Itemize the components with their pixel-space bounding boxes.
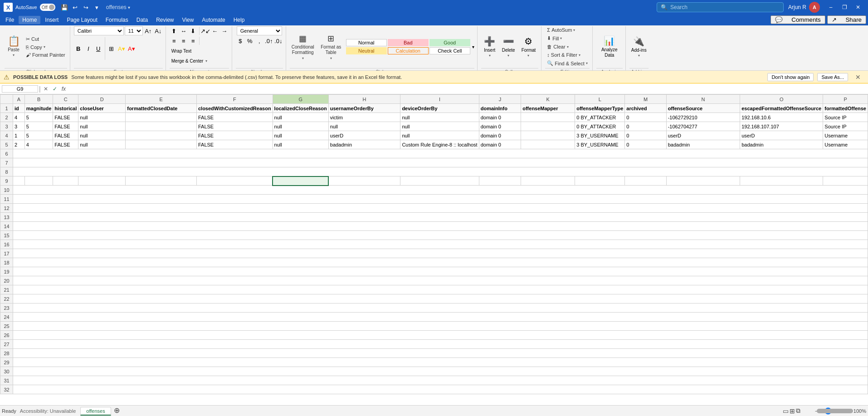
cell-J5[interactable]: domain 0 [479,140,521,149]
analyze-data-button[interactable]: 📊 Analyze Data [596,33,623,60]
cell-M1[interactable]: archived [625,104,666,113]
row-header-30[interactable]: 30 [0,367,13,376]
align-center-button[interactable]: ≡ [179,36,188,45]
col-header-G[interactable]: G [273,95,328,104]
row-header-27[interactable]: 27 [0,340,13,349]
find-select-button[interactable]: 🔍 Find & Select ▾ [545,59,589,67]
cell-E9[interactable] [126,176,197,186]
cell-I4[interactable]: null [400,131,479,140]
row-header-13[interactable]: 13 [0,213,13,222]
customize-icon[interactable]: ▾ [93,3,102,12]
cell-G3[interactable]: null [273,122,328,131]
row-header-4[interactable]: 4 [0,131,13,140]
cell-C5[interactable]: FALSE [53,140,78,149]
cell-P5[interactable]: Username [823,140,868,149]
dont-show-button[interactable]: Don't show again [767,73,814,81]
paste-button[interactable]: 📋 Paste ▾ [5,33,23,60]
cell-N2[interactable]: -1062729210 [666,113,740,122]
row-header-19[interactable]: 19 [0,267,13,276]
fill-color-button[interactable]: A▾ [117,44,126,53]
cell-O5[interactable]: badadmin [740,140,823,149]
menu-formulas[interactable]: Formulas [102,16,132,24]
cell-J9[interactable] [479,176,521,186]
dropdown-arrow[interactable]: ▾ [128,5,130,10]
comma-button[interactable]: , [255,36,264,45]
cell-B5[interactable]: 4 [24,140,53,149]
format-painter-button[interactable]: 🖌 Format Painter [24,51,67,59]
sheet-tab-offenses[interactable]: offenses [80,407,111,416]
save-as-button[interactable]: Save As... [817,73,848,81]
align-right-button[interactable]: ≡ [189,36,198,45]
font-color-button[interactable]: A▾ [127,44,136,53]
align-top-button[interactable]: ⬆ [170,26,179,35]
cell-H2[interactable]: victim [328,113,400,122]
row-header-20[interactable]: 20 [0,276,13,285]
cell-K3[interactable] [521,122,575,131]
row-header-15[interactable]: 15 [0,231,13,240]
cell-P9[interactable] [823,176,868,186]
cell-P3[interactable]: Source IP [823,122,868,131]
insert-cells-button[interactable]: ➕ Insert ▾ [481,33,498,60]
minimize-button[interactable]: – [824,2,837,12]
autosum-button[interactable]: Σ AutoSum ▾ [545,26,577,34]
cell-E1[interactable]: formattedClosedDate [126,104,197,113]
row-header-12[interactable]: 12 [0,204,13,213]
cell-row8[interactable] [13,167,868,176]
cell-D9[interactable] [78,176,126,186]
cell-C1[interactable]: historical [53,104,78,113]
cell-G4[interactable]: null [273,131,328,140]
cell-I2[interactable]: null [400,113,479,122]
cell-L2[interactable]: 0 BY_ATTACKER [575,113,625,122]
col-header-B[interactable]: B [24,95,53,104]
cell-F5[interactable]: FALSE [196,140,273,149]
borders-button[interactable]: ⊞ [107,44,116,53]
normal-style[interactable]: Normal [346,39,387,46]
cell-A9[interactable] [13,176,25,186]
col-header-O[interactable]: O [740,95,823,104]
row-header-7[interactable]: 7 [0,158,13,167]
cell-O4[interactable]: userD [740,131,823,140]
calculation-style[interactable]: Calculation [388,47,429,54]
cell-D2[interactable]: null [78,113,126,122]
menu-data[interactable]: Data [133,16,151,24]
cell-H9[interactable] [328,176,400,186]
row-header-28[interactable]: 28 [0,349,13,358]
cell-C3[interactable]: FALSE [53,122,78,131]
cell-C9[interactable] [53,176,78,186]
col-header-I[interactable]: I [400,95,479,104]
add-ins-button[interactable]: 🔌 Add-ins ▾ [629,33,649,60]
delete-cells-button[interactable]: ➖ Delete ▾ [499,33,518,60]
accounting-button[interactable]: $ [236,36,245,45]
search-box[interactable]: 🔍 [657,2,784,12]
cell-A5[interactable]: 2 [13,140,25,149]
text-direction-button[interactable]: ↗↙ [201,26,210,35]
decrease-font-button[interactable]: A↓ [154,26,163,35]
col-header-N[interactable]: N [666,95,740,104]
italic-button[interactable]: I [84,44,93,53]
cell-H5[interactable]: badadmin [328,140,400,149]
cell-G1[interactable]: localizedCloseReason [273,104,328,113]
cell-F4[interactable]: FALSE [196,131,273,140]
cell-K5[interactable] [521,140,575,149]
row-header-5[interactable]: 5 [0,140,13,149]
col-header-E[interactable]: E [126,95,197,104]
cell-row7[interactable] [13,158,868,167]
cell-M4[interactable]: 0 [625,131,666,140]
share-button[interactable]: ↗ Share [827,15,866,24]
row-header-24[interactable]: 24 [0,313,13,322]
cell-O9[interactable] [740,176,823,186]
cell-B9[interactable] [24,176,53,186]
cell-F3[interactable]: FALSE [196,122,273,131]
cell-C4[interactable]: FALSE [53,131,78,140]
normal-view-button[interactable]: ▭ [783,407,789,415]
row-header-23[interactable]: 23 [0,303,13,313]
cell-H4[interactable]: userD [328,131,400,140]
cell-O1[interactable]: escapedFormattedOffenseSource [740,104,823,113]
cell-G9[interactable] [273,176,328,186]
row-header-22[interactable]: 22 [0,294,13,303]
cell-reference-input[interactable] [2,85,38,93]
autosave-toggle[interactable]: Off [40,4,55,11]
col-header-J[interactable]: J [479,95,521,104]
col-header-K[interactable]: K [521,95,575,104]
neutral-style[interactable]: Neutral [346,47,387,54]
